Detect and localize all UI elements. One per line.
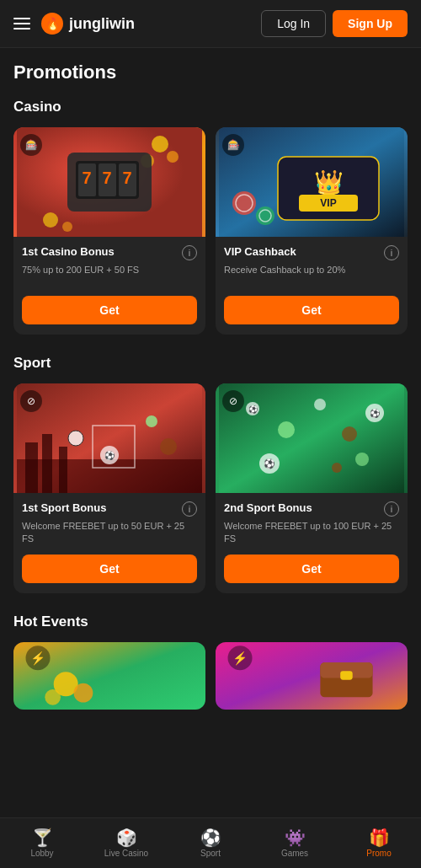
- sport-card-1-body: 1st Sport Bonus i Welcome FREEBET up to …: [13, 493, 205, 593]
- casino-card-2-badge: 🎰: [222, 134, 244, 156]
- nav-label-live-casino: Live Casino: [104, 849, 148, 858]
- page-title: Promotions: [13, 62, 408, 83]
- svg-point-3: [152, 136, 168, 153]
- casino-card-2-name: VIP Cashback: [224, 245, 381, 260]
- svg-rect-30: [59, 447, 67, 493]
- svg-text:⚡: ⚡: [30, 651, 46, 666]
- logo: 🔥 jungliwin: [40, 12, 135, 35]
- svg-text:⚡: ⚡: [232, 651, 248, 666]
- sport-card-2-info[interactable]: i: [384, 501, 399, 517]
- svg-text:👑: 👑: [314, 169, 344, 196]
- nav-item-promo[interactable]: 🎁 Promo: [337, 818, 421, 868]
- casino-card-2-image: 👑 VIP 🎰: [216, 127, 408, 237]
- nav-item-live-casino[interactable]: 🎲 Live Casino: [84, 818, 168, 868]
- casino-card-2-body: VIP Cashback i Receive Cashback up to 20…: [216, 237, 408, 335]
- casino-card-1: 7 7 7 🎰 1st Casino Bonus i 75% up to 200…: [13, 127, 205, 335]
- svg-rect-59: [340, 672, 353, 680]
- lobby-icon: 🍸: [32, 829, 53, 846]
- nav-label-lobby: Lobby: [30, 849, 53, 858]
- svg-point-6: [43, 212, 58, 228]
- casino-card-2-get-button[interactable]: Get: [224, 296, 399, 324]
- sport-card-2-badge: ⊘: [222, 390, 244, 412]
- svg-text:7: 7: [102, 169, 111, 187]
- svg-point-46: [355, 453, 369, 466]
- sport-card-2-image: ⚽ ⚽ ⚽ ⊘: [216, 383, 408, 493]
- casino-card-1-name: 1st Casino Bonus: [22, 245, 179, 260]
- signup-button[interactable]: Sign Up: [333, 10, 408, 37]
- casino-card-1-image: 7 7 7 🎰: [13, 127, 205, 237]
- svg-rect-28: [25, 442, 38, 493]
- hot-events-section: Hot Events: [13, 613, 408, 710]
- nav-label-sport: Sport: [200, 849, 221, 858]
- hot-event-card-2-image: ⚡: [216, 642, 408, 710]
- casino-card-1-title-row: 1st Casino Bonus i: [22, 245, 197, 260]
- sport-card-1-bg: ⚽: [13, 383, 205, 493]
- sport-card-1-badge: ⊘: [20, 390, 42, 412]
- sport-card-1-title-row: 1st Sport Bonus i: [22, 501, 197, 517]
- svg-point-34: [146, 415, 157, 427]
- sport-card-1-get-button[interactable]: Get: [22, 555, 197, 583]
- header-right: Log In Sign Up: [261, 10, 408, 37]
- svg-rect-38: [219, 383, 404, 493]
- nav-item-sport[interactable]: ⚽ Sport: [168, 818, 253, 868]
- svg-point-7: [62, 222, 72, 232]
- svg-text:⚽: ⚽: [264, 458, 275, 469]
- sport-icon: ⚽: [200, 829, 221, 846]
- casino-card-2-info[interactable]: i: [384, 245, 399, 260]
- bottom-nav: 🍸 Lobby 🎲 Live Casino ⚽ Sport 👾 Games 🎁 …: [0, 817, 421, 868]
- casino-card-1-badge: 🎰: [20, 134, 42, 156]
- sport-card-2-get-button[interactable]: Get: [224, 555, 399, 583]
- casino-card-2: 👑 VIP 🎰 VIP Cashback i Receive Cashback …: [216, 127, 408, 335]
- svg-text:⚽: ⚽: [248, 405, 258, 415]
- sport-card-1-info[interactable]: i: [182, 501, 197, 517]
- casino-card-1-body: 1st Casino Bonus i 75% up to 200 EUR + 5…: [13, 237, 205, 335]
- casino-card-2-title-row: VIP Cashback i: [224, 245, 399, 260]
- hot-events-title: Hot Events: [13, 613, 408, 630]
- hot-event-card-1-image: ⚡: [13, 642, 205, 710]
- casino-section-title: Casino: [13, 99, 408, 115]
- sport-card-1: ⚽ ⊘ 1st Sport Bonus i Welcome FREEBET up…: [13, 383, 205, 593]
- svg-text:⚽: ⚽: [370, 408, 381, 419]
- casino-card-1-get-button[interactable]: Get: [22, 296, 197, 324]
- casino-card-1-bg: 7 7 7: [13, 127, 205, 237]
- nav-item-lobby[interactable]: 🍸 Lobby: [0, 818, 84, 868]
- games-icon: 👾: [285, 829, 306, 846]
- promo-icon: 🎁: [369, 829, 390, 846]
- svg-point-49: [332, 463, 342, 473]
- svg-point-41: [278, 421, 295, 438]
- svg-rect-29: [42, 434, 52, 493]
- nav-item-games[interactable]: 👾 Games: [253, 818, 337, 868]
- casino-card-1-info[interactable]: i: [182, 245, 197, 260]
- header: 🔥 jungliwin Log In Sign Up: [0, 0, 421, 48]
- casino-section: Casino: [13, 99, 408, 335]
- svg-point-4: [167, 151, 179, 163]
- sport-card-1-name: 1st Sport Bonus: [22, 501, 179, 516]
- logo-text: jungliwin: [69, 15, 135, 33]
- hot-events-grid: ⚡: [13, 642, 408, 710]
- svg-point-53: [45, 689, 61, 705]
- nav-label-games: Games: [281, 849, 308, 858]
- sport-card-1-image: ⚽ ⊘: [13, 383, 205, 493]
- hot-event-card-1: ⚡: [13, 642, 205, 710]
- header-left: 🔥 jungliwin: [13, 12, 135, 35]
- nav-label-promo: Promo: [366, 849, 391, 858]
- hot-event-card-2: ⚡: [216, 642, 408, 710]
- sport-cards-grid: ⚽ ⊘ 1st Sport Bonus i Welcome FREEBET up…: [13, 383, 408, 593]
- casino-card-1-desc: 75% up to 200 EUR + 50 FS: [22, 264, 197, 287]
- svg-point-35: [160, 438, 177, 455]
- casino-cards-grid: 7 7 7 🎰 1st Casino Bonus i 75% up to 200…: [13, 127, 408, 335]
- svg-point-42: [314, 399, 326, 410]
- sport-card-2: ⚽ ⚽ ⚽ ⊘ 2nd Sport Bonus: [216, 383, 408, 593]
- hot-event-card-1-bg: ⚡: [13, 642, 205, 710]
- sport-card-2-title-row: 2nd Sport Bonus i: [224, 501, 399, 517]
- sport-section-title: Sport: [13, 355, 408, 372]
- login-button[interactable]: Log In: [261, 10, 326, 37]
- main-content: Promotions Casino: [0, 48, 421, 777]
- svg-point-43: [342, 426, 357, 442]
- sport-card-2-body: 2nd Sport Bonus i Welcome FREEBET up to …: [216, 493, 408, 593]
- sport-card-2-desc: Welcome FREEBET up to 100 EUR + 25 FS: [224, 520, 399, 546]
- svg-text:7: 7: [82, 169, 91, 187]
- casino-card-2-desc: Receive Cashback up to 20%: [224, 264, 399, 287]
- casino-card-2-bg: 👑 VIP: [216, 127, 408, 237]
- menu-button[interactable]: [13, 18, 30, 29]
